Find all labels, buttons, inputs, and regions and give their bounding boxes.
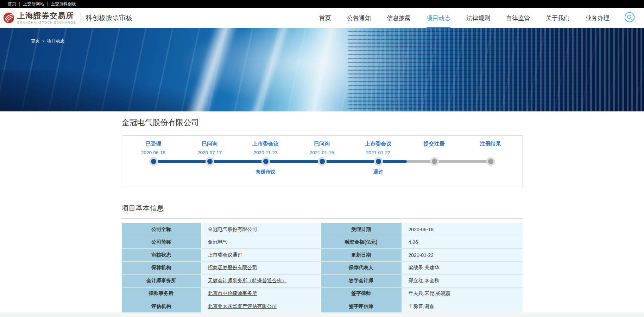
site-section-title: 科创板股票审核	[86, 13, 132, 22]
hero-banner: 首页 > 项目动态	[0, 28, 644, 111]
stage-date: 2020-06-18	[125, 150, 182, 155]
timeline-track-completed	[153, 160, 407, 163]
info-label: 保荐代表人	[321, 262, 402, 275]
info-value: 王淼普,谢磊	[402, 300, 523, 313]
info-label: 审核状态	[122, 249, 202, 262]
info-label: 融资金额(亿元)	[321, 236, 402, 249]
info-label: 签字评估师	[321, 300, 402, 313]
nav-item-disclosure[interactable]: 信息披露	[387, 8, 411, 28]
timeline-stage-accepted: 已受理 2020-06-18	[125, 141, 182, 155]
nav-item-announcements[interactable]: 公告通知	[347, 8, 371, 28]
info-label: 更新日期	[321, 249, 402, 262]
info-value: 2020-06-18	[402, 223, 523, 236]
review-timeline: 已受理 2020-06-18 已问询 2020-07-17 上市委会议 2020…	[122, 135, 523, 188]
appraisal-firm-link[interactable]: 北京亚太联华资产评估有限公司	[208, 303, 277, 310]
nav-item-laws-rules[interactable]: 法律规则	[466, 8, 490, 28]
timeline-dot-completed	[263, 159, 269, 164]
banner-shade	[0, 70, 206, 112]
stage-date: 2020-11-23	[238, 150, 294, 155]
sponsor-link[interactable]: 招商证券股份有限公司	[208, 265, 257, 271]
project-info-table: 公司全称 金冠电气股份有限公司 受理日期 2020-06-18 公司简称 金冠电…	[122, 223, 523, 313]
stage-name: 已受理	[125, 141, 182, 147]
breadcrumb-home-link[interactable]: 首页	[31, 38, 40, 44]
accounting-firm-link[interactable]: 天健会计师事务所（特殊普通合伙）	[208, 278, 287, 284]
info-label: 签字会计师	[321, 274, 402, 287]
timeline-stage-committee-2: 上市委会议 2021-01-22	[350, 141, 406, 155]
topbar-link-home[interactable]: 首页	[8, 1, 16, 7]
stage-name: 上市委会议	[350, 141, 406, 147]
nav-item-project-updates[interactable]: 项目动态	[427, 8, 450, 28]
info-value: 上市委会议通过	[202, 249, 321, 262]
timeline-dot-pending	[432, 159, 437, 164]
timeline-stage-inquiry-1: 已问询 2020-07-17	[182, 141, 238, 155]
nav-item-about-us[interactable]: 关于我们	[546, 8, 570, 28]
timeline-dot-completed	[320, 159, 325, 164]
timeline-stage-registration-result: 注册结果	[462, 141, 519, 147]
site-header: 上海證券交易所 SHANGHAI STOCK EXCHANGE 科创板股票审核 …	[0, 8, 644, 28]
info-value: 年夫兵,宋昆,杨晓霞	[402, 287, 523, 300]
info-value: 梁战果,关建华	[402, 262, 523, 275]
search-button[interactable]	[624, 12, 635, 24]
topbar-link-sse-site[interactable]: 上交所网站	[23, 1, 44, 7]
stage-name: 已问询	[294, 141, 350, 147]
logo-divider	[81, 12, 81, 24]
timeline-stage-submit-registration: 提交注册	[406, 141, 462, 147]
info-label: 会计师事务所	[122, 274, 202, 287]
section-title-basic-info: 项目基本信息	[122, 203, 523, 219]
footer-strip	[0, 312, 644, 317]
nav-item-home[interactable]: 首页	[319, 8, 331, 28]
stage-name: 上市委会议	[238, 141, 294, 147]
stage-date: 2021-01-22	[350, 150, 406, 155]
stage-date: 2020-07-17	[182, 150, 238, 155]
search-icon	[624, 12, 635, 24]
top-utility-bar: 首页 | 上交所网站 | 上交所科创板	[0, 0, 644, 8]
topbar-link-star-market[interactable]: 上交所科创板	[51, 1, 76, 7]
info-label: 保荐机构	[122, 262, 202, 275]
info-label: 签字律师	[321, 287, 402, 300]
stage-name: 注册结果	[462, 141, 519, 147]
info-value: 金冠电气	[202, 236, 321, 249]
breadcrumb-current: 项目动态	[47, 38, 64, 44]
timeline-dot-completed	[376, 159, 381, 164]
topbar-separator: |	[47, 1, 48, 6]
banner-light-beam	[244, 28, 297, 111]
timeline-stage-committee-1: 上市委会议 2020-11-23	[238, 141, 294, 155]
main-nav: 首页 公告通知 信息披露 项目动态 法律规则 自律监管 关于我们 业务办理	[319, 8, 610, 28]
stage-name: 已问询	[182, 141, 238, 147]
sse-logo[interactable]: 上海證券交易所 SHANGHAI STOCK EXCHANGE 科创板股票审核	[3, 12, 132, 24]
breadcrumb-separator: >	[42, 39, 44, 43]
logo-chinese-name: 上海證券交易所	[17, 12, 76, 20]
nav-item-self-regulation[interactable]: 自律监管	[506, 8, 530, 28]
topbar-separator: |	[19, 1, 20, 6]
stage-result-passed: 通过	[350, 169, 406, 175]
timeline-dot-completed	[207, 159, 213, 164]
law-firm-link[interactable]: 北京市中伦律师事务所	[208, 290, 257, 297]
timeline-dot-completed	[151, 159, 156, 164]
info-value: 金冠电气股份有限公司	[202, 223, 321, 236]
company-title: 金冠电气股份有限公司	[122, 111, 523, 132]
info-label: 公司简称	[122, 236, 202, 249]
info-label: 评估机构	[122, 300, 202, 313]
info-label: 律师事务所	[122, 287, 202, 300]
breadcrumb: 首页 > 项目动态	[31, 38, 64, 44]
timeline-dot-pending	[488, 159, 493, 164]
info-label: 受理日期	[321, 223, 402, 236]
stage-name: 提交注册	[406, 141, 462, 147]
info-value: 2021-01-22	[402, 249, 523, 262]
sse-logo-icon	[3, 12, 14, 24]
timeline-stage-inquiry-2: 已问询 2021-01-15	[294, 141, 350, 155]
main-content: 金冠电气股份有限公司 已受理 2020-06-18 已问询 2020-07-17…	[122, 111, 523, 313]
info-value: 郑立红,李全秋	[402, 274, 523, 287]
info-value: 4.26	[402, 236, 523, 249]
stage-result-deferred: 暂缓审议	[238, 169, 294, 175]
logo-english-name: SHANGHAI STOCK EXCHANGE	[17, 21, 76, 24]
stage-date: 2021-01-15	[294, 150, 350, 155]
info-label: 公司全称	[122, 223, 202, 236]
nav-item-services[interactable]: 业务办理	[586, 8, 610, 28]
